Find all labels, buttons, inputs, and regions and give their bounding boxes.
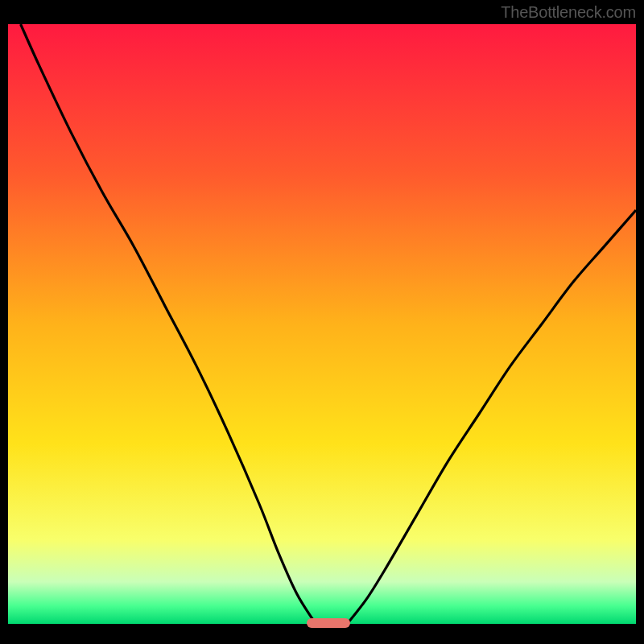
watermark-text: TheBottleneck.com [501, 3, 636, 22]
bottleneck-chart [8, 24, 636, 624]
chart-stage: TheBottleneck.com [0, 0, 644, 644]
